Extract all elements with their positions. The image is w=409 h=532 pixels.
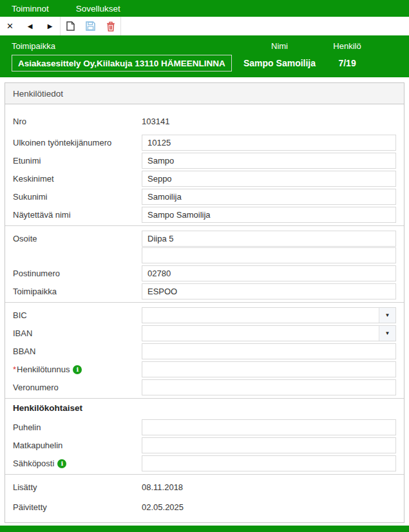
bottom-status-bar	[0, 526, 409, 532]
section-divider	[5, 474, 404, 475]
section-divider	[5, 302, 404, 303]
field-row-veronumero: Veronumero	[13, 379, 396, 395]
field-row-toimipaikka: Toimipaikka	[13, 283, 396, 299]
henkilotunnus-input[interactable]	[142, 361, 396, 377]
close-button[interactable]: ✕	[0, 17, 20, 35]
previous-record-button[interactable]: ◀	[20, 17, 40, 35]
new-document-icon	[66, 21, 75, 31]
puhelin-label: Puhelin	[13, 423, 142, 433]
section-divider	[5, 398, 404, 399]
matkapuhelin-input[interactable]	[142, 437, 396, 453]
henkilotunnus-label: Henkilötunnus	[17, 365, 70, 375]
henkilokohtaiset-section-title: Henkilökohtaiset	[13, 403, 396, 413]
keskinimet-input[interactable]	[142, 171, 396, 187]
dropdown-arrow-icon: ▼	[385, 330, 390, 336]
toimipaikka-column: Toimipaikka Asiakasesittely Oy,Kiilakuja…	[12, 41, 232, 77]
paivitetty-label: Päivitetty	[13, 502, 142, 513]
naytettava-nimi-label: Näytettävä nimi	[13, 210, 142, 220]
naytettava-nimi-input[interactable]	[142, 207, 396, 223]
menubar: Toiminnot Sovellukset	[0, 0, 409, 17]
sukunimi-label: Sukunimi	[13, 192, 142, 202]
field-row-ulkoinen-tyontekijanumero: Ulkoinen työntekijänumero	[13, 135, 396, 151]
section-divider	[5, 225, 404, 226]
keskinimet-label: Keskinimet	[13, 174, 142, 184]
trash-icon	[106, 21, 115, 32]
toimipaikka-input[interactable]	[142, 283, 396, 299]
field-row-lisatty: Lisätty 08.11.2018	[13, 479, 396, 495]
close-icon: ✕	[6, 21, 14, 31]
new-record-button[interactable]	[61, 17, 81, 35]
toolbar-separator	[120, 17, 121, 35]
ulkoinen-tyontekijanumero-input[interactable]	[142, 135, 396, 151]
save-floppy-icon	[86, 21, 95, 31]
bban-label: BBAN	[13, 347, 142, 357]
ulkoinen-tyontekijanumero-label: Ulkoinen työntekijänumero	[13, 138, 142, 148]
dropdown-arrow-icon: ▼	[385, 312, 390, 318]
nimi-value: Sampo Samoilija	[243, 55, 316, 71]
nimi-column: Nimi Sampo Samoilija	[243, 41, 316, 77]
sukunimi-input[interactable]	[142, 189, 396, 205]
henkilotiedot-panel: Henkilötiedot Nro 103141 Ulkoinen työnte…	[5, 82, 404, 523]
field-row-keskinimet: Keskinimet	[13, 171, 396, 187]
toimipaikka-field-label: Toimipaikka	[13, 287, 142, 297]
field-row-postinumero: Postinumero	[13, 265, 396, 281]
osoite-line1-input[interactable]	[142, 231, 396, 247]
panel-title: Henkilötiedot	[13, 89, 63, 99]
bic-dropdown-button[interactable]: ▼	[379, 308, 395, 323]
panel-header: Henkilötiedot	[5, 83, 404, 104]
nro-label: Nro	[13, 117, 142, 127]
context-bar: Toimipaikka Asiakasesittely Oy,Kiilakuja…	[0, 35, 409, 77]
info-icon[interactable]: i	[57, 459, 66, 468]
toolbar: ✕ ◀ ▶	[0, 17, 409, 35]
field-row-henkilotunnus: * Henkilötunnus i	[13, 361, 396, 377]
field-row-bic: BIC ▼	[13, 307, 396, 323]
menu-sovellukset[interactable]: Sovellukset	[76, 4, 120, 14]
etunimi-label: Etunimi	[13, 156, 142, 166]
henkilo-label: Henkilö	[333, 41, 361, 51]
bban-input[interactable]	[142, 343, 396, 359]
nro-value: 103141	[142, 117, 169, 126]
iban-combobox: ▼	[142, 325, 396, 341]
matkapuhelin-label: Matkapuhelin	[13, 441, 142, 451]
field-row-sukunimi: Sukunimi	[13, 189, 396, 205]
info-icon[interactable]: i	[73, 365, 82, 374]
paivitetty-value: 02.05.2025	[142, 502, 184, 512]
nimi-label: Nimi	[271, 41, 288, 51]
field-row-paivitetty: Päivitetty 02.05.2025	[13, 499, 396, 515]
arrow-right-icon: ▶	[48, 23, 53, 30]
arrow-left-icon: ◀	[28, 23, 33, 30]
delete-button[interactable]	[100, 17, 120, 35]
field-row-etunimi: Etunimi	[13, 153, 396, 169]
bic-combobox: ▼	[142, 307, 396, 323]
field-row-iban: IBAN ▼	[13, 325, 396, 341]
required-marker: *	[13, 365, 16, 375]
panel-body: Nro 103141 Ulkoinen työntekijänumero Etu…	[5, 104, 404, 515]
veronumero-label: Veronumero	[13, 383, 142, 393]
henkilo-counter: 7/19	[338, 55, 356, 71]
toimipaikka-label: Toimipaikka	[12, 41, 232, 51]
bic-input[interactable]	[142, 308, 379, 323]
field-row-bban: BBAN	[13, 343, 396, 359]
sahkoposti-label: Sähköposti	[13, 459, 54, 469]
field-row-naytettava-nimi: Näytettävä nimi	[13, 207, 396, 223]
lisatty-value: 08.11.2018	[142, 482, 183, 492]
toimipaikka-select[interactable]: Asiakasesittely Oy,Kiilakuja 13110 HÄMEE…	[12, 55, 232, 71]
menu-toiminnot[interactable]: Toiminnot	[12, 4, 49, 14]
next-record-button[interactable]: ▶	[40, 17, 60, 35]
bic-label: BIC	[13, 310, 142, 321]
lisatty-label: Lisätty	[13, 482, 142, 493]
iban-input[interactable]	[142, 326, 379, 341]
field-row-nro: Nro 103141	[13, 113, 396, 129]
henkilo-column: Henkilö 7/19	[331, 41, 363, 77]
etunimi-input[interactable]	[142, 153, 396, 169]
osoite-line2-input[interactable]	[142, 247, 396, 263]
postinumero-label: Postinumero	[13, 269, 142, 279]
field-row-puhelin: Puhelin	[13, 419, 396, 435]
puhelin-input[interactable]	[142, 419, 396, 435]
field-row-sahkoposti: Sähköposti i	[13, 455, 396, 471]
save-button[interactable]	[81, 17, 100, 35]
postinumero-input[interactable]	[142, 265, 396, 281]
sahkoposti-input[interactable]	[142, 455, 396, 471]
veronumero-input[interactable]	[142, 379, 396, 395]
iban-dropdown-button[interactable]: ▼	[379, 326, 395, 341]
